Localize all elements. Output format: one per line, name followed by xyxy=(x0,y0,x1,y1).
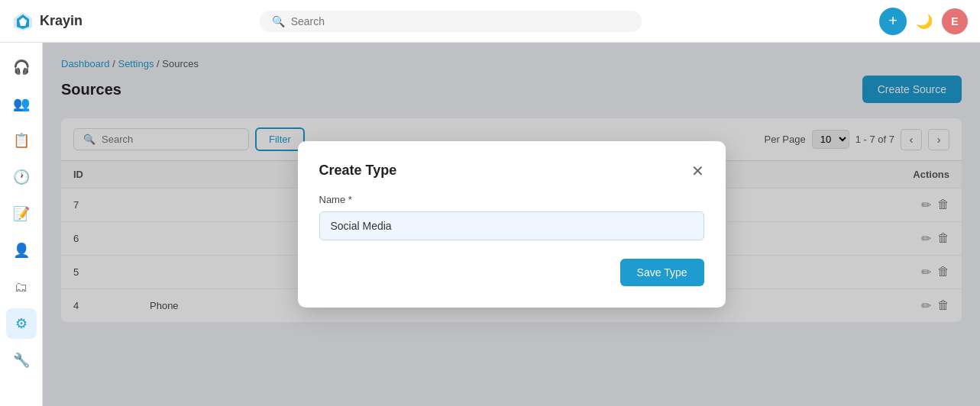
nav-right: + 🌙 E xyxy=(879,8,968,35)
save-type-button[interactable]: Save Type xyxy=(620,259,704,286)
avatar[interactable]: E xyxy=(942,8,968,34)
sidebar-item-tools[interactable]: 🔧 xyxy=(6,345,37,375)
global-search-bar[interactable]: 🔍 xyxy=(260,11,642,32)
modal-overlay[interactable]: Create Type ✕ Name * Save Type xyxy=(43,43,980,406)
add-button[interactable]: + xyxy=(879,8,907,35)
name-input[interactable] xyxy=(319,211,704,240)
modal-close-button[interactable]: ✕ xyxy=(691,163,704,179)
name-label: Name * xyxy=(319,194,704,205)
app-name: Krayin xyxy=(40,13,82,29)
sidebar: 🎧 👥 📋 🕐 📝 👤 🗂 ⚙ 🔧 xyxy=(0,43,43,406)
sidebar-item-contacts[interactable]: 👥 xyxy=(6,89,37,119)
layout: 🎧 👥 📋 🕐 📝 👤 🗂 ⚙ 🔧 Dashboard / Settings /… xyxy=(0,43,980,406)
navbar: Krayin 🔍 + 🌙 E xyxy=(0,0,980,43)
sidebar-item-settings[interactable]: ⚙ xyxy=(6,308,37,339)
sidebar-item-headset[interactable]: 🎧 xyxy=(6,52,37,82)
create-type-modal: Create Type ✕ Name * Save Type xyxy=(298,141,726,308)
modal-footer: Save Type xyxy=(319,259,704,286)
global-search-input[interactable] xyxy=(291,15,629,27)
sidebar-item-layers[interactable]: 🗂 xyxy=(6,272,37,302)
logo-area: Krayin xyxy=(12,11,134,32)
modal-header: Create Type ✕ xyxy=(319,163,704,179)
dark-mode-button[interactable]: 🌙 xyxy=(916,13,933,30)
sidebar-item-person[interactable]: 👤 xyxy=(6,235,37,266)
sidebar-item-tasks[interactable]: 📋 xyxy=(6,125,37,156)
modal-body: Name * xyxy=(319,194,704,240)
sidebar-item-notes[interactable]: 📝 xyxy=(6,198,37,229)
sidebar-item-clock[interactable]: 🕐 xyxy=(6,162,37,192)
modal-title: Create Type xyxy=(319,163,397,179)
main-content: Dashboard / Settings / Sources Sources C… xyxy=(43,43,980,406)
search-icon: 🔍 xyxy=(272,15,285,27)
krayin-logo-icon xyxy=(12,11,34,32)
